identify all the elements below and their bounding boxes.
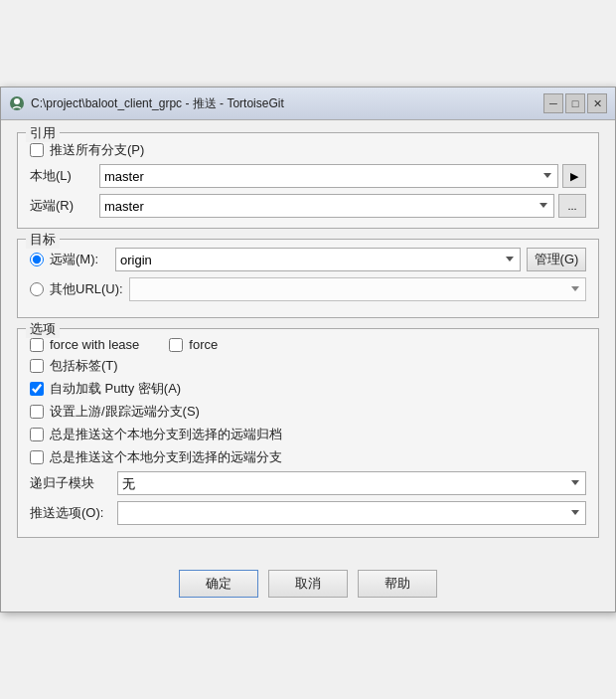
set-upstream-label[interactable]: 设置上游/跟踪远端分支(S) (50, 403, 200, 421)
push-all-branches-row: 推送所有分支(P) (30, 141, 586, 159)
remote-target-radio[interactable] (30, 253, 44, 266)
submodule-row: 递归子模块 无 (30, 471, 586, 495)
other-url-radio[interactable] (30, 282, 44, 296)
local-branch-select[interactable]: master (99, 164, 558, 188)
titlebar-controls: ─ □ ✕ (543, 93, 607, 113)
remote-ref-label: 远端(R) (30, 197, 99, 215)
refs-group: 引用 推送所有分支(P) 本地(L) master ▶ 远端(R) m (17, 132, 599, 229)
remote-branch-dots-button[interactable]: ... (558, 194, 586, 218)
force-options-row: force with lease force (30, 337, 586, 352)
remote-target-label[interactable]: 远端(M): (50, 251, 109, 268)
remote-target-row: 远端(M): origin 管理(G) (30, 248, 586, 271)
push-options-select[interactable] (117, 501, 586, 525)
force-checkbox[interactable] (169, 338, 183, 352)
submodule-select[interactable]: 无 (117, 471, 586, 495)
options-group-title: 选项 (26, 320, 60, 338)
push-to-remote-root-row: 总是推送这个本地分支到选择的远端归档 (30, 426, 586, 443)
local-label: 本地(L) (30, 167, 99, 185)
footer: 确定 取消 帮助 (1, 560, 615, 612)
svg-point-1 (14, 98, 20, 104)
refs-group-title: 引用 (26, 124, 60, 142)
main-content: 引用 推送所有分支(P) 本地(L) master ▶ 远端(R) m (1, 120, 615, 560)
push-to-remote-root-label[interactable]: 总是推送这个本地分支到选择的远端归档 (50, 426, 282, 443)
help-button[interactable]: 帮助 (358, 570, 437, 598)
remote-row: 远端(R) master ... (30, 194, 586, 218)
push-to-remote-branch-checkbox[interactable] (30, 450, 44, 464)
auto-load-putty-label[interactable]: 自动加载 Putty 密钥(A) (50, 380, 181, 398)
force-with-lease-row: force with lease (30, 337, 139, 352)
push-to-remote-branch-row: 总是推送这个本地分支到选择的远端分支 (30, 448, 586, 466)
auto-load-putty-row: 自动加载 Putty 密钥(A) (30, 380, 586, 398)
push-to-remote-branch-label[interactable]: 总是推送这个本地分支到选择的远端分支 (50, 448, 282, 466)
titlebar-left: C:\project\baloot_client_grpc - 推送 - Tor… (9, 95, 284, 112)
target-group-title: 目标 (26, 231, 60, 249)
main-window: C:\project\baloot_client_grpc - 推送 - Tor… (0, 87, 616, 612)
submodule-label: 递归子模块 (30, 474, 109, 492)
other-url-row: 其他URL(U): (30, 277, 586, 301)
push-options-label: 推送选项(O): (30, 504, 109, 522)
close-button[interactable]: ✕ (587, 93, 607, 113)
other-url-label[interactable]: 其他URL(U): (50, 280, 123, 298)
push-all-branches-checkbox[interactable] (30, 143, 44, 157)
push-all-branches-label[interactable]: 推送所有分支(P) (50, 141, 144, 159)
set-upstream-row: 设置上游/跟踪远端分支(S) (30, 403, 586, 421)
window-title: C:\project\baloot_client_grpc - 推送 - Tor… (31, 95, 284, 112)
force-with-lease-checkbox[interactable] (30, 338, 44, 352)
options-group: 选项 force with lease force 包括标签(T) 自动加载 P… (17, 328, 599, 538)
force-label[interactable]: force (189, 337, 218, 352)
push-to-remote-root-checkbox[interactable] (30, 428, 44, 441)
titlebar: C:\project\baloot_client_grpc - 推送 - Tor… (1, 87, 615, 120)
other-url-select[interactable] (129, 277, 586, 301)
target-group: 目标 远端(M): origin 管理(G) 其他URL(U): (17, 239, 599, 318)
include-tags-row: 包括标签(T) (30, 357, 586, 375)
include-tags-label[interactable]: 包括标签(T) (50, 357, 118, 375)
push-options-row: 推送选项(O): (30, 501, 586, 525)
auto-load-putty-checkbox[interactable] (30, 382, 44, 396)
set-upstream-checkbox[interactable] (30, 405, 44, 419)
local-row: 本地(L) master ▶ (30, 164, 586, 188)
local-control-wrap: master ▶ (99, 164, 586, 188)
remote-target-select[interactable]: origin (115, 248, 521, 271)
force-row: force (169, 337, 218, 352)
minimize-button[interactable]: ─ (543, 93, 563, 113)
maximize-button[interactable]: □ (565, 93, 585, 113)
manage-button[interactable]: 管理(G) (527, 248, 586, 271)
include-tags-checkbox[interactable] (30, 359, 44, 373)
cancel-button[interactable]: 取消 (268, 570, 348, 598)
tortoisegit-icon (9, 95, 25, 111)
ok-button[interactable]: 确定 (179, 570, 258, 598)
force-with-lease-label[interactable]: force with lease (50, 337, 139, 352)
local-branch-arrow-button[interactable]: ▶ (562, 164, 586, 188)
remote-branch-select[interactable]: master (99, 194, 554, 218)
remote-ref-control-wrap: master ... (99, 194, 586, 218)
